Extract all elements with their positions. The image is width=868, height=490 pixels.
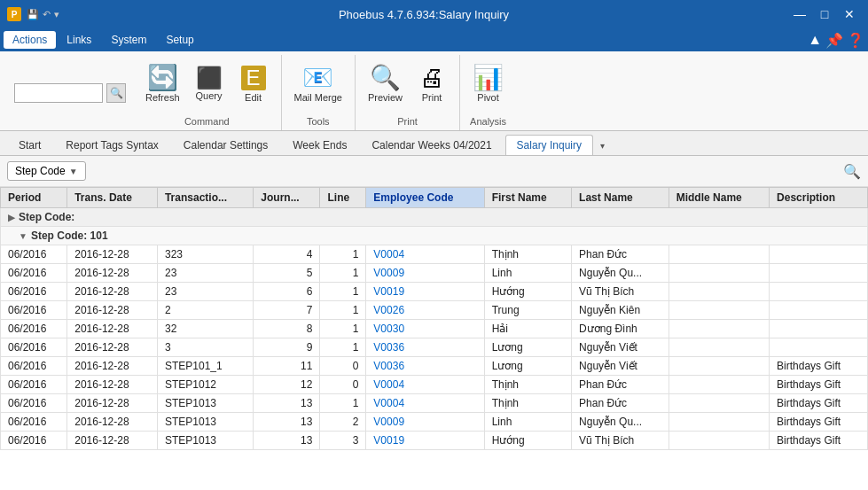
cell-description bbox=[770, 320, 868, 338]
close-button[interactable]: ✕ bbox=[838, 5, 861, 23]
table-row[interactable]: 06/2016 2016-12-28 STEP101_1 11 0 V0036 … bbox=[1, 357, 868, 376]
help-button[interactable]: ❓ bbox=[847, 32, 864, 49]
table-row[interactable]: 06/2016 2016-12-28 23 5 1 V0009 Linh Ngu… bbox=[1, 264, 868, 283]
quick-access[interactable]: 💾 ↶ ▾ bbox=[27, 9, 59, 20]
cell-description bbox=[770, 264, 868, 283]
quick-back[interactable]: ↶ bbox=[43, 9, 51, 20]
edit-button[interactable]: E Edit bbox=[233, 62, 274, 106]
query-button[interactable]: ⬛ Query bbox=[189, 64, 230, 105]
table-row[interactable]: 06/2016 2016-12-28 STEP1012 12 0 V0004 T… bbox=[1, 376, 868, 394]
col-period: Period bbox=[1, 188, 67, 208]
maximize-button[interactable]: □ bbox=[813, 5, 836, 23]
table-row[interactable]: 06/2016 2016-12-28 STEP1013 13 3 V0019 H… bbox=[1, 432, 868, 450]
cell-emp-code[interactable]: V0004 bbox=[366, 376, 484, 394]
cell-middle-name bbox=[669, 301, 769, 320]
print-button[interactable]: 🖨 Print bbox=[411, 62, 452, 106]
col-trans-date: Trans. Date bbox=[67, 188, 158, 208]
window-controls[interactable]: — □ ✕ bbox=[788, 5, 861, 23]
cell-last-name: Dương Đình bbox=[572, 320, 669, 338]
tab-calendar-settings[interactable]: Calendar Settings bbox=[172, 135, 279, 155]
command-group-label: Command bbox=[184, 113, 230, 130]
cell-middle-name bbox=[669, 432, 769, 450]
cell-first-name: Lương bbox=[484, 338, 571, 357]
cell-emp-code[interactable]: V0004 bbox=[366, 245, 484, 264]
menu-actions[interactable]: Actions bbox=[4, 31, 56, 49]
cell-middle-name bbox=[669, 245, 769, 264]
col-transaction: Transactio... bbox=[157, 188, 253, 208]
mailmerge-icon: 📧 bbox=[302, 66, 333, 90]
cell-emp-code[interactable]: V0030 bbox=[366, 320, 484, 338]
preview-button[interactable]: 🔍 Preview bbox=[363, 62, 408, 106]
tab-week-ends[interactable]: Week Ends bbox=[281, 135, 358, 155]
cell-transaction: STEP101_1 bbox=[157, 357, 253, 376]
minimize-button[interactable]: — bbox=[788, 5, 811, 23]
salary-table: Period Trans. Date Transactio... Journ..… bbox=[0, 187, 868, 450]
menu-links[interactable]: Links bbox=[58, 31, 100, 49]
ribbon-collapse-up[interactable]: ▲ bbox=[808, 32, 822, 49]
ribbon-search-input[interactable] bbox=[14, 83, 103, 103]
cell-middle-name bbox=[669, 338, 769, 357]
cell-last-name: Nguyễn Kiên bbox=[572, 301, 669, 320]
table-row[interactable]: 06/2016 2016-12-28 2 7 1 V0026 Trung Ngu… bbox=[1, 301, 868, 320]
tools-buttons: 📧 Mail Merge bbox=[289, 55, 348, 113]
main-content: Step Code ▼ 🔍 Period Trans. Date Transac… bbox=[0, 156, 868, 490]
pivot-button[interactable]: 📊 Pivot bbox=[467, 62, 509, 106]
cell-description bbox=[770, 338, 868, 357]
cell-emp-code[interactable]: V0009 bbox=[366, 413, 484, 432]
table-header-row: Period Trans. Date Transactio... Journ..… bbox=[1, 188, 868, 208]
cell-emp-code[interactable]: V0004 bbox=[366, 394, 484, 413]
menu-system[interactable]: System bbox=[102, 31, 155, 49]
cell-emp-code[interactable]: V0019 bbox=[366, 432, 484, 450]
ribbon-group-analysis: 📊 Pivot Analysis bbox=[460, 55, 516, 130]
cell-last-name: Nguyễn Viết bbox=[572, 357, 669, 376]
cell-middle-name bbox=[669, 413, 769, 432]
ribbon-group-command: 🔄 Refresh ⬛ Query E Edit Command bbox=[133, 55, 282, 130]
ribbon-group-print: 🔍 Preview 🖨 Print Print bbox=[356, 55, 460, 130]
cell-emp-code[interactable]: V0036 bbox=[366, 338, 484, 357]
tab-salary-inquiry[interactable]: Salary Inquiry bbox=[505, 135, 593, 155]
table-row[interactable]: 06/2016 2016-12-28 32 8 1 V0030 Hải Dươn… bbox=[1, 320, 868, 338]
ribbon-pin[interactable]: 📌 bbox=[825, 32, 843, 49]
cell-transaction: 32 bbox=[157, 320, 253, 338]
cell-trans-date: 2016-12-28 bbox=[67, 413, 158, 432]
cell-description bbox=[770, 301, 868, 320]
step-code-dropdown[interactable]: Step Code ▼ bbox=[7, 161, 86, 181]
refresh-button[interactable]: 🔄 Refresh bbox=[140, 62, 185, 106]
cell-last-name: Phan Đức bbox=[572, 394, 669, 413]
main-search-icon[interactable]: 🔍 bbox=[843, 163, 861, 180]
cell-journal: 7 bbox=[254, 301, 320, 320]
cell-first-name: Thịnh bbox=[484, 376, 571, 394]
cell-middle-name bbox=[669, 357, 769, 376]
tab-more-arrow[interactable]: ▾ bbox=[595, 136, 611, 155]
table-row[interactable]: 06/2016 2016-12-28 3 9 1 V0036 Lương Ngu… bbox=[1, 338, 868, 357]
table-row[interactable]: 06/2016 2016-12-28 STEP1013 13 2 V0009 L… bbox=[1, 413, 868, 432]
cell-middle-name bbox=[669, 376, 769, 394]
tab-start[interactable]: Start bbox=[7, 135, 52, 155]
command-buttons: 🔄 Refresh ⬛ Query E Edit bbox=[140, 55, 274, 113]
cell-emp-code[interactable]: V0019 bbox=[366, 283, 484, 301]
edit-icon: E bbox=[241, 66, 266, 90]
cell-emp-code[interactable]: V0009 bbox=[366, 264, 484, 283]
col-employee-code: Employee Code bbox=[366, 188, 484, 208]
step-code-label: Step Code bbox=[15, 165, 66, 177]
cell-period: 06/2016 bbox=[1, 301, 67, 320]
group-row-step-code-101: ▼Step Code: 101 bbox=[1, 227, 868, 245]
mailmerge-button[interactable]: 📧 Mail Merge bbox=[289, 62, 348, 106]
cell-emp-code[interactable]: V0026 bbox=[366, 301, 484, 320]
cell-transaction: STEP1013 bbox=[157, 394, 253, 413]
quick-save[interactable]: 💾 bbox=[27, 9, 39, 20]
table-row[interactable]: 06/2016 2016-12-28 23 6 1 V0019 Hướng Vũ… bbox=[1, 283, 868, 301]
menu-setup[interactable]: Setup bbox=[157, 31, 202, 49]
tools-group-label: Tools bbox=[307, 113, 330, 130]
tab-report-tags-syntax[interactable]: Report Tags Syntax bbox=[54, 135, 170, 155]
tab-calendar-weeks[interactable]: Calendar Weeks 04/2021 bbox=[360, 135, 503, 155]
cell-emp-code[interactable]: V0036 bbox=[366, 357, 484, 376]
cell-line: 2 bbox=[320, 413, 366, 432]
cell-first-name: Thịnh bbox=[484, 394, 571, 413]
table-row[interactable]: 06/2016 2016-12-28 STEP1013 13 1 V0004 T… bbox=[1, 394, 868, 413]
ribbon-search-button[interactable]: 🔍 bbox=[106, 83, 126, 103]
cell-period: 06/2016 bbox=[1, 320, 67, 338]
table-row[interactable]: 06/2016 2016-12-28 323 4 1 V0004 Thịnh P… bbox=[1, 245, 868, 264]
cell-line: 1 bbox=[320, 245, 366, 264]
main-toolbar: Step Code ▼ 🔍 bbox=[0, 156, 868, 187]
